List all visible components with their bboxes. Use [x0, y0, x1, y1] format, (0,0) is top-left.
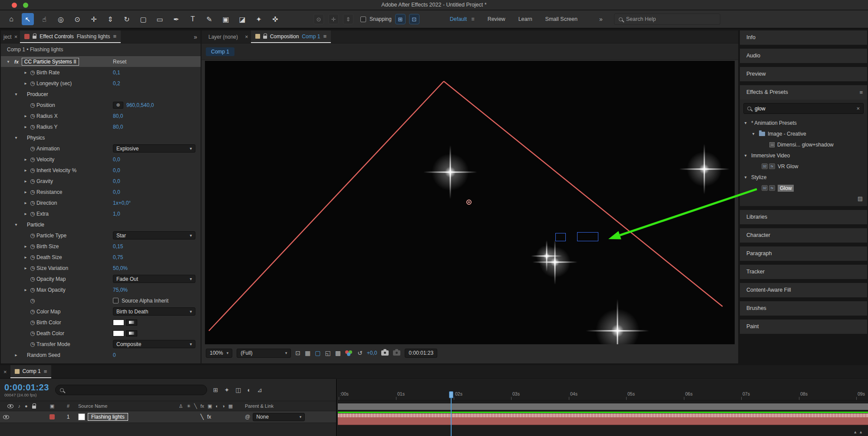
twirl-icon[interactable]: ▸ [23, 70, 29, 75]
search-help-box[interactable] [614, 13, 720, 25]
effect-property-row[interactable]: ◷ Source Alpha Inherit Source Alpha Inhe… [1, 295, 201, 306]
hand-tool[interactable]: ☝ [38, 13, 50, 25]
effects-search-box[interactable]: × [743, 103, 864, 114]
tab-timeline-comp-1[interactable]: Comp 1 ≡ [10, 365, 52, 378]
orbit-camera-tool[interactable]: ⊙ [71, 13, 83, 25]
effect-property-row[interactable]: ▸ ◷ Max Opacity 75,0% 75,0%▾ 75,0% ⊕75,0… [1, 284, 201, 295]
effect-property-row[interactable]: ▸ ◷ Radius Y 80,0 80,0▾ 80,0 ⊕80,0 [1, 121, 201, 132]
snap-features-icon[interactable]: ⊡ [409, 14, 419, 24]
layer-duration-bar[interactable] [338, 413, 868, 425]
stopwatch-icon[interactable]: ◷ [29, 254, 36, 260]
property-value[interactable]: 1x+0,0° [113, 200, 131, 206]
twirl-icon[interactable]: ▸ [23, 266, 29, 270]
mask-visibility-icon[interactable]: ▢ [315, 349, 320, 356]
property-value[interactable]: 0,0 [113, 189, 120, 195]
workspace-tab[interactable]: Learn [518, 16, 532, 22]
point-picker-icon[interactable]: ⊕ [113, 102, 123, 109]
roto-brush-tool[interactable]: ✦ [253, 13, 265, 25]
property-value[interactable]: 0,0 [113, 167, 120, 173]
selection-box[interactable] [555, 233, 566, 241]
layer-number-header[interactable]: # [61, 403, 76, 409]
frame-blend-switch-icon[interactable]: ▣ [208, 403, 212, 409]
panel-tab[interactable]: Libraries [740, 210, 867, 224]
twirl-icon[interactable]: ▾ [743, 120, 749, 125]
clone-stamp-tool[interactable]: ▣ [220, 13, 232, 25]
grid-options-icon[interactable]: ▦ [305, 349, 310, 356]
effect-property-row[interactable]: ▸ ◷ Resistance 0,0 0,0▾ 0,0 ⊕0,0 [1, 186, 201, 197]
motion-blur-switch-icon[interactable]: ◐ [215, 403, 218, 409]
region-of-interest-icon[interactable]: ◱ [325, 349, 330, 356]
panel-tab[interactable]: Brushes [740, 301, 867, 316]
panel-menu-icon[interactable]: ≡ [323, 33, 327, 40]
layer-visibility-icon[interactable] [3, 415, 9, 419]
property-dropdown[interactable]: Birth to Death▾ [113, 307, 195, 316]
color-ramp-icon[interactable] [126, 330, 137, 336]
twirl-icon[interactable]: ▾ [5, 59, 11, 64]
stopwatch-icon[interactable]: ◷ [29, 200, 36, 206]
twirl-icon[interactable]: ▸ [23, 157, 29, 162]
effects-tree-row[interactable]: ▾ Stylize [740, 172, 867, 183]
twirl-icon[interactable]: ▸ [23, 211, 29, 216]
close-window-button[interactable] [12, 3, 17, 8]
effect-property-row[interactable]: ▾ ◷ Particle ▾ ⊕ [1, 219, 201, 230]
preview-timecode[interactable]: 0:00:01:23 [405, 349, 437, 358]
rectangle-tool[interactable]: ▭ [154, 13, 166, 25]
frame-blending-icon[interactable]: ◫ [235, 386, 241, 393]
effects-tree-row[interactable]: ▾ Image - Creative [740, 128, 867, 139]
twirl-icon[interactable]: ▾ [743, 153, 749, 158]
tree-item-label[interactable]: VR Glow [778, 163, 798, 170]
workspace-tab[interactable]: Review [488, 16, 505, 22]
effect-property-row[interactable]: ◷ Animation Explosive Explosive▾ Explosi… [1, 143, 201, 154]
effects-tree-row[interactable]: ▾ * Animation Presets [740, 117, 867, 128]
twirl-icon[interactable]: ▾ [750, 131, 756, 136]
effect-property-row[interactable]: ◷ Death Color ▾ ⊕ [1, 328, 201, 339]
color-swatch[interactable] [113, 320, 124, 326]
stopwatch-icon[interactable]: ◷ [29, 330, 36, 336]
quality-switch[interactable]: ╲ [201, 414, 204, 420]
parent-dropdown[interactable]: None▾ [253, 413, 305, 421]
property-value[interactable]: 0,75 [113, 254, 123, 260]
stopwatch-icon[interactable]: ◷ [29, 156, 36, 163]
panel-menu-icon[interactable]: ≡ [113, 33, 116, 40]
graph-editor-icon[interactable]: ⊿ [257, 386, 262, 393]
panel-tab[interactable]: Content-Aware Fill [740, 283, 867, 297]
property-value[interactable]: 0,2 [113, 80, 120, 87]
stopwatch-icon[interactable]: ◷ [29, 167, 36, 173]
effect-property-row[interactable]: ◷ Position 960,0,540,0 960,0,540,0▾ 960,… [1, 100, 201, 110]
eraser-tool[interactable]: ◪ [236, 13, 248, 25]
current-timecode[interactable]: 0:00:01:23 [4, 383, 49, 392]
effect-property-row[interactable]: ▸ ◷ Birth Size 0,15 0,15▾ 0,15 ⊕0,15 [1, 241, 201, 252]
effects-tree-row[interactable]: ▾ Immersive Video [740, 150, 867, 161]
pen-tool[interactable]: ✒ [170, 13, 182, 25]
effect-property-row[interactable]: ▸ ◷ Inherit Velocity % 0,0 0,0▾ 0,0 ⊕0,0 [1, 165, 201, 176]
timeline-search-input[interactable] [67, 387, 189, 393]
magnification-dropdown[interactable]: 100%▾ [206, 349, 232, 358]
time-ruler[interactable]: :00s 01s 02s 03s 04s 05s 06s 07s [338, 379, 868, 400]
close-tab-icon[interactable]: × [3, 369, 7, 375]
effects-search-input[interactable] [755, 106, 837, 112]
effect-property-row[interactable]: ◷ Color Map Birth to Death Birth to Deat… [1, 306, 201, 317]
brush-tool[interactable]: ✎ [203, 13, 215, 25]
effect-property-row[interactable]: ▾ ◷ Physics ▾ ⊕ [1, 132, 201, 143]
tab-layer-viewer[interactable]: Layer (none) [204, 30, 242, 43]
effect-property-row[interactable]: ◷ Birth Color ▾ ⊕ [1, 317, 201, 328]
composition-viewport[interactable] [205, 61, 735, 344]
panel-tab[interactable]: Character [740, 228, 867, 243]
puppet-pin-tool[interactable]: ✜ [269, 13, 281, 25]
property-value[interactable]: 50,0% [113, 265, 128, 271]
camera-tool[interactable]: ▢ [137, 13, 149, 25]
property-value[interactable]: 80,0 [113, 124, 123, 130]
lock-icon[interactable] [33, 36, 36, 39]
audio-column-icon[interactable]: ♪ [18, 403, 20, 409]
comp-flowchart-icon[interactable]: ⊞ [213, 386, 218, 393]
close-tab-icon[interactable]: × [14, 33, 18, 40]
draft-3d-icon[interactable]: ✦ [224, 386, 230, 393]
stopwatch-icon[interactable]: ◷ [29, 341, 36, 347]
effect-property-row[interactable]: ▸ ◷ Gravity 0,0 0,0▾ 0,0 ⊕0,0 [1, 176, 201, 186]
color-swatch[interactable] [113, 330, 124, 336]
twirl-icon[interactable]: ▾ [13, 222, 19, 227]
type-tool[interactable]: T [187, 13, 199, 25]
panel-menu-icon[interactable]: ≡ [859, 85, 863, 100]
layer-row[interactable]: 1 Flashing lights ╲ fx @ None▾ [0, 411, 336, 423]
resolution-dropdown[interactable]: (Full)▾ [237, 349, 291, 358]
